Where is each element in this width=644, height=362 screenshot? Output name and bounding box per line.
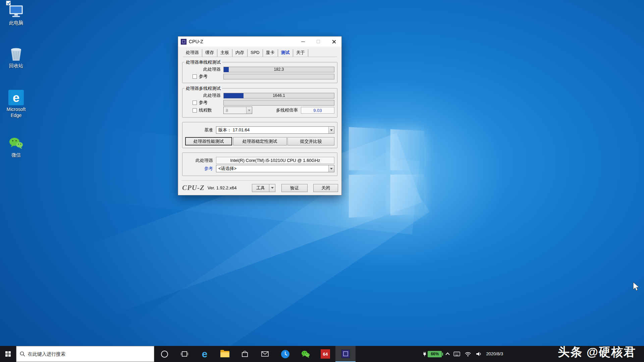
store-button[interactable] <box>235 346 255 362</box>
tab-spd[interactable]: SPD <box>248 49 263 57</box>
cpuz-icon <box>341 350 350 358</box>
taskbar-date: 2020/8/3 <box>486 351 503 357</box>
this-processor-label: 此处理器 <box>185 158 216 164</box>
maximize-icon <box>317 40 320 43</box>
search-icon <box>20 351 25 357</box>
bench-group: 基准 版本： 17.01.64 处理器性能测试 处理器稳定性测试 提交并比较 <box>182 122 337 148</box>
ratio-label: 多线程倍率 <box>276 107 298 113</box>
cortana-button[interactable] <box>154 346 174 362</box>
tab-memory[interactable]: 内存 <box>232 49 248 57</box>
close-button[interactable] <box>326 37 341 47</box>
recycle-bin-icon <box>3 46 29 62</box>
taskbar-edge-button[interactable]: e <box>195 346 215 362</box>
close-window-button[interactable]: 关闭 <box>313 184 338 192</box>
reference-checkbox[interactable] <box>193 74 197 79</box>
mail-icon <box>261 351 269 357</box>
cpu-row-label: 此处理器 <box>185 66 223 72</box>
cpuz-logo: CPU-Z <box>182 184 205 192</box>
app-64-button[interactable]: 64 <box>315 346 335 362</box>
tools-button[interactable]: 工具 <box>252 184 269 192</box>
validate-button[interactable]: 验证 <box>281 184 308 192</box>
single-thread-score: 182.3 <box>224 67 334 72</box>
bench-cpu-button[interactable]: 处理器性能测试 <box>185 137 232 145</box>
desktop-icon-recycle-bin[interactable]: 回收站 <box>3 46 29 69</box>
maximize-button[interactable] <box>311 37 326 47</box>
tools-dropdown-button[interactable] <box>269 184 275 192</box>
task-view-icon <box>181 351 188 357</box>
reference-checkbox[interactable] <box>193 101 197 105</box>
group-title: 处理器单线程测试 <box>184 59 222 65</box>
this-pc-icon <box>3 3 29 19</box>
minimize-icon <box>301 42 305 42</box>
clock-icon <box>281 350 290 359</box>
folder-icon <box>220 351 229 357</box>
desktop-icon-label: 微信 <box>3 152 29 158</box>
multi-thread-reference-bar <box>223 100 334 106</box>
selection-checkbox[interactable] <box>6 1 11 5</box>
chevron-down-icon[interactable] <box>328 165 334 172</box>
reference-select[interactable]: <请选择> <box>216 165 334 172</box>
version-text: Ver. 1.92.2.x64 <box>208 185 237 190</box>
keyboard-icon[interactable] <box>453 352 460 356</box>
tray-chevron-up-icon[interactable] <box>446 352 450 357</box>
stress-cpu-button[interactable]: 处理器稳定性测试 <box>233 137 287 145</box>
tab-bench[interactable]: 测试 <box>278 49 293 57</box>
taskbar-clock[interactable]: 2020/8/3 <box>486 351 503 357</box>
search-input[interactable] <box>28 351 151 357</box>
title-bar[interactable]: CPU-Z <box>178 37 341 47</box>
start-button[interactable] <box>0 346 16 362</box>
tab-mainboard[interactable]: 主板 <box>217 49 232 57</box>
bench-version-select[interactable]: 版本： 17.01.64 <box>216 126 334 134</box>
threads-checkbox[interactable] <box>193 108 197 113</box>
cpu-row-label: 此处理器 <box>185 93 223 99</box>
chevron-down-icon[interactable] <box>246 107 252 114</box>
wifi-icon[interactable] <box>465 352 471 357</box>
threads-select[interactable]: 8 <box>223 107 252 114</box>
watermark-text: 头条 @硬核君 <box>558 344 636 360</box>
power-plug-icon <box>423 352 426 357</box>
group-title: 处理器多线程测试 <box>184 85 222 92</box>
tab-caches[interactable]: 缓存 <box>202 49 217 57</box>
processor-name-value: Intel(R) Core(TM) i5-10210U CPU @ 1.60GH… <box>216 157 334 164</box>
reference-label: 参考 <box>199 100 208 106</box>
desktop-icon-edge[interactable]: e Microsoft Edge <box>3 89 29 118</box>
taskbar-search[interactable] <box>16 346 154 362</box>
bench-version-label: 基准 <box>185 127 216 133</box>
mouse-cursor <box>633 282 640 292</box>
store-bag-icon <box>241 351 249 357</box>
tab-about[interactable]: 关于 <box>293 49 308 57</box>
single-thread-score-bar: 182.3 <box>223 67 334 72</box>
tab-cpu[interactable]: 处理器 <box>183 49 202 57</box>
wechat-icon <box>3 135 29 151</box>
single-thread-reference-bar <box>223 74 334 79</box>
wechat-taskbar-button[interactable] <box>295 346 315 362</box>
task-view-button[interactable] <box>174 346 195 362</box>
desktop-icon-this-pc[interactable]: 此电脑 <box>3 3 29 26</box>
reference-link-label[interactable]: 参考 <box>185 166 216 172</box>
volume-icon[interactable] <box>476 351 482 357</box>
reference-label: 参考 <box>199 73 208 79</box>
desktop-icon-wechat[interactable]: 微信 <box>3 135 29 158</box>
battery-percent: 66% <box>428 351 442 357</box>
multi-thread-score-bar: 1646.1 <box>223 93 334 99</box>
edge-icon: e <box>3 89 29 105</box>
windows-logo <box>349 127 424 218</box>
file-explorer-button[interactable] <box>215 346 235 362</box>
desktop-icon-label: 此电脑 <box>3 20 29 26</box>
cortana-icon <box>161 351 168 358</box>
edge-icon: e <box>202 349 208 359</box>
clock-app-button[interactable] <box>275 346 295 362</box>
mail-button[interactable] <box>255 346 275 362</box>
compare-group: 此处理器 Intel(R) Core(TM) i5-10210U CPU @ 1… <box>182 153 337 176</box>
submit-compare-button[interactable]: 提交并比较 <box>287 137 334 145</box>
window-footer: CPU-Z Ver. 1.92.2.x64 工具 验证 关闭 <box>181 180 338 195</box>
minimize-button[interactable] <box>295 37 311 47</box>
cpuz-window: CPU-Z 处理器 缓存 主板 内存 SPD 显卡 测试 关于 处理器单线程测试… <box>178 36 342 195</box>
multi-thread-ratio-value: 9.03 <box>301 107 334 114</box>
close-icon <box>332 40 336 44</box>
battery-indicator[interactable]: 66% <box>423 351 442 357</box>
chevron-down-icon[interactable] <box>328 127 334 133</box>
cpuz-taskbar-button[interactable] <box>335 346 356 362</box>
cpuz-app-icon <box>181 39 186 45</box>
tab-graphics[interactable]: 显卡 <box>263 49 278 57</box>
